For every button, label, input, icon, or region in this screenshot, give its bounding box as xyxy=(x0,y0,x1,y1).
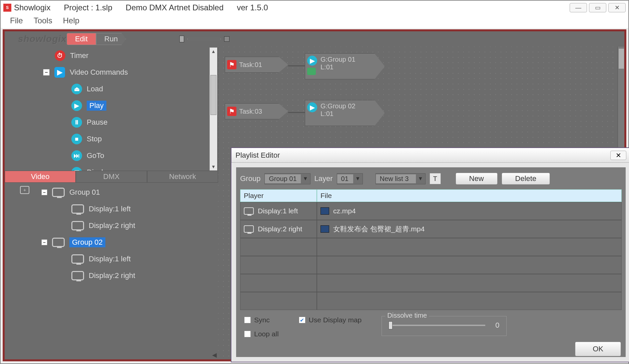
scroll-down-icon[interactable]: ▼ xyxy=(210,163,217,170)
tab-video[interactable]: Video xyxy=(5,171,76,183)
tree-load[interactable]: ⏏ Load xyxy=(5,81,217,97)
node-task-03[interactable]: ⚑ Task:03 xyxy=(225,103,288,119)
zoom-stop-icon xyxy=(224,36,229,42)
tree-pause[interactable]: ⏸ Pause xyxy=(5,114,217,131)
top-strip: showlogix Edit Run xyxy=(5,31,624,47)
dissolve-slider[interactable] xyxy=(389,325,485,326)
mode-tab-edit[interactable]: Edit xyxy=(67,33,96,45)
t-button[interactable]: T xyxy=(430,173,441,184)
tab-dmx[interactable]: DMX xyxy=(76,171,147,183)
delete-button[interactable]: Delete xyxy=(502,173,550,185)
play-icon: ▶ xyxy=(307,102,317,112)
list-combo-value: New list 3 xyxy=(376,174,416,183)
tree-timer[interactable]: ⏱ Timer xyxy=(5,47,217,64)
monitor-icon xyxy=(71,254,84,264)
playlist-table: Player File Display:1 left cz.mp4 Displa… xyxy=(240,189,622,310)
group-02-display-1[interactable]: Display:1 left xyxy=(5,251,218,267)
film-icon xyxy=(321,207,329,215)
tab-network[interactable]: Network xyxy=(147,171,218,183)
tree-display-map[interactable]: ▦ Display map xyxy=(5,164,217,171)
dialog-options: Sync Loop all ✔ Use Display map Dissolve… xyxy=(240,310,622,338)
scroll-up-icon[interactable]: ▲ xyxy=(210,48,217,55)
flag-icon: ⚑ xyxy=(227,107,236,116)
tree-goto[interactable]: ⏭ GoTo xyxy=(5,147,217,164)
checkbox-icon xyxy=(244,331,251,337)
collapse-icon[interactable]: – xyxy=(43,69,50,76)
col-player-header[interactable]: Player xyxy=(240,189,317,202)
checkbox-icon xyxy=(244,317,251,323)
timer-icon: ⏱ xyxy=(55,50,65,61)
group-combo-value: Group 01 xyxy=(265,174,300,183)
new-button[interactable]: New xyxy=(456,173,498,185)
tree-play[interactable]: ▶ Play xyxy=(5,97,217,114)
table-row[interactable] xyxy=(240,292,622,310)
window-minimize-button[interactable]: — xyxy=(570,3,587,12)
tree-goto-label: GoTo xyxy=(87,151,104,160)
monitor-icon xyxy=(71,221,84,230)
group-01[interactable]: – Group 01 xyxy=(5,184,218,201)
group-02[interactable]: – Group 02 xyxy=(5,234,218,251)
node-label: G:Group 02 L:01 xyxy=(321,102,365,118)
flag-icon: ⚑ xyxy=(227,60,236,69)
ok-button[interactable]: OK xyxy=(575,342,621,356)
table-row[interactable] xyxy=(240,256,622,274)
menu-tools[interactable]: Tools xyxy=(34,16,52,25)
sync-checkbox[interactable]: Sync xyxy=(244,316,279,324)
panel-collapse-icon[interactable]: ◀ xyxy=(212,351,217,359)
scroll-thumb[interactable] xyxy=(619,49,624,69)
node-group-02[interactable]: ▶ G:Group 02 L:01 xyxy=(305,100,385,126)
display-label: Display:1 left xyxy=(89,205,131,213)
checkbox-icon: ✔ xyxy=(299,317,305,323)
tree-video-commands[interactable]: – ▶ Video Commands xyxy=(5,64,217,81)
tree-stop-label: Stop xyxy=(87,135,102,143)
title-app: Showlogix xyxy=(14,3,50,12)
col-file-header[interactable]: File xyxy=(317,189,622,202)
pause-icon: ⏸ xyxy=(71,117,82,128)
mode-tab-run[interactable]: Run xyxy=(96,33,126,45)
menu-file[interactable]: File xyxy=(10,16,23,25)
player-cell: Display:1 left xyxy=(258,207,298,215)
slider-thumb[interactable] xyxy=(389,321,393,329)
app-window: S Showlogix Project : 1.slp Demo DMX Art… xyxy=(0,0,629,364)
left-panel: ⏱ Timer – ▶ Video Commands ⏏ Load ▶ Pl xyxy=(5,47,218,359)
stop-icon: ■ xyxy=(71,134,82,144)
dialog-titlebar: Playlist Editor ✕ xyxy=(231,148,629,163)
display-label: Display:1 left xyxy=(89,255,131,263)
chevron-down-icon: ▼ xyxy=(416,176,425,182)
dialog-close-button[interactable]: ✕ xyxy=(610,151,626,160)
tree-scrollbar[interactable]: ▲ ▼ xyxy=(209,47,217,171)
monitor-icon xyxy=(244,207,254,215)
menu-help[interactable]: Help xyxy=(63,16,79,25)
add-group-icon[interactable]: + xyxy=(20,186,29,194)
group-combo[interactable]: Group 01 ▼ xyxy=(264,173,310,184)
layer-combo[interactable]: 01 ▼ xyxy=(337,173,363,184)
group-02-display-2[interactable]: Display:2 right xyxy=(5,267,218,284)
monitor-icon xyxy=(52,188,65,197)
collapse-icon[interactable]: – xyxy=(41,189,47,195)
zoom-slider-track[interactable] xyxy=(187,38,221,40)
table-row[interactable]: Display:2 right 女鞋发布会 包臀裙_超青.mp4 xyxy=(240,220,622,238)
scroll-thumb[interactable] xyxy=(210,75,216,115)
list-combo[interactable]: New list 3 ▼ xyxy=(376,173,426,184)
command-tree: ⏱ Timer – ▶ Video Commands ⏏ Load ▶ Pl xyxy=(5,47,218,171)
monitor-icon xyxy=(52,238,65,247)
table-row[interactable] xyxy=(240,238,622,256)
group-01-display-2[interactable]: Display:2 right xyxy=(5,217,218,234)
table-row[interactable]: Display:1 left cz.mp4 xyxy=(240,202,622,220)
table-row[interactable] xyxy=(240,274,622,292)
collapse-icon[interactable]: – xyxy=(41,239,47,245)
group-01-display-1[interactable]: Display:1 left xyxy=(5,201,218,217)
node-group-01[interactable]: ▶ G:Group 01 L:01 xyxy=(305,53,385,79)
node-task-01[interactable]: ⚑ Task:01 xyxy=(225,57,288,73)
file-cell: cz.mp4 xyxy=(333,207,356,215)
use-display-map-label: Use Display map xyxy=(309,316,362,324)
tree-stop[interactable]: ■ Stop xyxy=(5,131,217,147)
dialog-title: Playlist Editor xyxy=(235,151,280,160)
layer-combo-value: 01 xyxy=(337,174,353,183)
loop-all-checkbox[interactable]: Loop all xyxy=(244,330,279,338)
zoom-slider-handle[interactable] xyxy=(179,36,184,42)
window-close-button[interactable]: ✕ xyxy=(608,3,626,12)
tree-timer-label: Timer xyxy=(70,51,88,60)
window-maximize-button[interactable]: ▭ xyxy=(589,3,606,12)
use-display-map-checkbox[interactable]: ✔ Use Display map xyxy=(299,316,362,324)
